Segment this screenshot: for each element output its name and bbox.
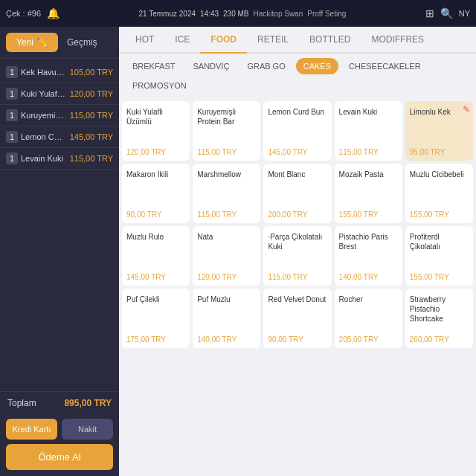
order-name: Kek Havuçlu bbox=[21, 68, 67, 77]
left-top-bar: Yeni ✏️ Geçmiş bbox=[0, 27, 119, 59]
product-price: 155,00 TRY bbox=[410, 273, 469, 281]
memory-label: 230 MB bbox=[223, 10, 248, 18]
subcategory-tabs: BREKFASTSANDVİÇGRAB GOCAKESCHESEECAKELER… bbox=[119, 54, 476, 98]
product-card[interactable]: Rocher 205,00 TRY bbox=[335, 289, 402, 348]
order-name: Kuki Yulafli Üzümlü bbox=[21, 89, 67, 98]
product-card[interactable]: Levain Kuki 115,00 TRY bbox=[335, 101, 402, 161]
order-qty: 1 bbox=[6, 88, 18, 100]
product-card[interactable]: Kuki Yulafli Üzümlü 120,00 TRY bbox=[122, 101, 190, 161]
product-card[interactable]: Mont Blanc 200,00 TRY bbox=[263, 164, 331, 223]
product-card[interactable]: Lemon Curd Bun 145,00 TRY bbox=[263, 101, 331, 161]
order-item[interactable]: 1 Kuruyemişli Protein Bar 115,00 TRY bbox=[0, 105, 119, 126]
category-tab-ice[interactable]: ICE bbox=[164, 27, 200, 54]
order-item[interactable]: 1 Kuki Yulafli Üzümlü 120,00 TRY bbox=[0, 83, 119, 105]
subcategory-tab-sandvi̇ç[interactable]: SANDVİÇ bbox=[185, 58, 237, 74]
search-icon[interactable]: 🔍 bbox=[440, 7, 453, 19]
kredi-karti-button[interactable]: Kredi Kartı bbox=[6, 419, 57, 440]
time-label: 14:43 bbox=[200, 10, 219, 18]
subcategory-tab-brekfast[interactable]: BREKFAST bbox=[125, 58, 182, 74]
product-name: Marshmellow bbox=[197, 170, 256, 208]
order-item[interactable]: 1 Kek Havuçlu 105,00 TRY bbox=[0, 62, 119, 83]
product-name: Levain Kuki bbox=[339, 107, 398, 145]
product-card[interactable]: Mozaik Pasta 155,00 TRY bbox=[335, 164, 402, 223]
order-price: 115,00 TRY bbox=[70, 154, 113, 163]
gecmis-button[interactable]: Geçmiş bbox=[61, 33, 103, 52]
product-name: ·Parça Çikolatalı Kuki bbox=[268, 232, 327, 270]
order-item[interactable]: 1 Levain Kuki 115,00 TRY bbox=[0, 148, 119, 170]
order-qty: 1 bbox=[6, 66, 18, 78]
product-price: 95,00 TRY bbox=[410, 148, 469, 156]
product-price: 140,00 TRY bbox=[197, 335, 256, 344]
edit-icon[interactable]: ✎ bbox=[463, 104, 470, 115]
product-price: 155,00 TRY bbox=[339, 210, 398, 219]
product-card[interactable]: Marshmellow 115,00 TRY bbox=[193, 164, 260, 223]
top-bar-center: 21 Temmuz 2024 14:43 230 MB Hackitop Swa… bbox=[139, 10, 347, 18]
yeni-button[interactable]: Yeni ✏️ bbox=[6, 33, 58, 52]
product-name: Pistachio Paris Brest bbox=[339, 232, 398, 270]
order-list: 1 Kek Havuçlu 105,00 TRY 1 Kuki Yulafli … bbox=[0, 59, 119, 391]
product-name: Puf Muzlu bbox=[197, 295, 256, 332]
top-bar-left: Çek : #96 🔔 bbox=[6, 7, 60, 19]
category-tab-food[interactable]: FOOD bbox=[200, 27, 247, 54]
product-card[interactable]: Muzlu Cicibebeli 155,00 TRY bbox=[405, 164, 473, 223]
bell-icon[interactable]: 🔔 bbox=[47, 7, 60, 19]
product-price: 90,00 TRY bbox=[268, 335, 327, 344]
category-tab-bottled[interactable]: BOTTLED bbox=[299, 27, 361, 54]
check-label: Çek : #96 bbox=[6, 9, 41, 18]
product-card[interactable]: Red Velvet Donut 90,00 TRY bbox=[263, 289, 331, 348]
store-label: Hackitop Swan bbox=[254, 10, 303, 18]
subcategory-tab-cheseecakeler[interactable]: CHESEECAKELER bbox=[341, 58, 428, 74]
product-name: Strawberry Pistachio Shortcake bbox=[410, 295, 469, 332]
order-item[interactable]: 1 Lemon Curd Bun 145,00 TRY bbox=[0, 126, 119, 148]
subcategory-tab-grab-go[interactable]: GRAB GO bbox=[239, 58, 292, 74]
product-name: Mont Blanc bbox=[268, 170, 327, 208]
product-card[interactable]: Makaron İkili 90,00 TRY bbox=[122, 164, 190, 223]
subcategory-tab-cakes[interactable]: CAKES bbox=[296, 58, 338, 74]
product-price: 115,00 TRY bbox=[197, 210, 256, 219]
product-card[interactable]: Puf Çilekli 175,00 TRY bbox=[122, 289, 190, 348]
category-tab-modiffres[interactable]: MODIFFRES bbox=[361, 27, 434, 54]
nakit-button[interactable]: Nakit bbox=[62, 419, 113, 440]
ny-label: NY bbox=[459, 9, 470, 18]
category-tab-hot[interactable]: HOT bbox=[125, 27, 164, 54]
product-price: 155,00 TRY bbox=[410, 210, 469, 219]
order-price: 115,00 TRY bbox=[70, 111, 113, 120]
order-qty: 1 bbox=[6, 131, 18, 143]
subcategory-tab-promosyon[interactable]: PROMOSYON bbox=[125, 77, 194, 94]
toplam-label: Toplam bbox=[7, 398, 36, 408]
product-card[interactable]: Puf Muzlu 140,00 TRY bbox=[193, 289, 260, 348]
product-card[interactable]: Limonlu Kek 95,00 TRY✎ bbox=[405, 101, 473, 161]
product-card[interactable]: Nata 120,00 TRY bbox=[193, 226, 260, 286]
product-name: Nata bbox=[197, 232, 256, 270]
order-qty: 1 bbox=[6, 152, 18, 164]
product-card[interactable]: ·Parça Çikolatalı Kuki 115,00 TRY bbox=[263, 226, 331, 286]
product-name: Muzlu Cicibebeli bbox=[410, 170, 469, 208]
top-bar-right: ⊞ 🔍 NY bbox=[425, 7, 470, 19]
product-card[interactable]: Profiterdl Çikolatalı 155,00 TRY bbox=[405, 226, 473, 286]
product-name: Rocher bbox=[339, 295, 398, 332]
product-price: 205,00 TRY bbox=[339, 335, 398, 344]
order-name: Lemon Curd Bun bbox=[21, 132, 67, 141]
status-label: Proff Seting bbox=[307, 10, 346, 18]
odeme-al-button[interactable]: Ödeme Al bbox=[6, 444, 113, 470]
order-qty: 1 bbox=[6, 109, 18, 121]
product-name: Puf Çilekli bbox=[126, 295, 185, 332]
product-name: Muzlu Rulo bbox=[126, 232, 185, 270]
product-name: Mozaik Pasta bbox=[339, 170, 398, 208]
products-grid: Kuki Yulafli Üzümlü 120,00 TRYKuruyemişl… bbox=[119, 98, 476, 476]
product-card[interactable]: Strawberry Pistachio Shortcake 260,00 TR… bbox=[405, 289, 473, 348]
product-card[interactable]: Muzlu Rulo 145,00 TRY bbox=[122, 226, 190, 286]
product-price: 120,00 TRY bbox=[197, 273, 256, 281]
category-tabs: HOTICEFOODRETEILBOTTLEDMODIFFRES bbox=[119, 27, 476, 54]
product-name: Profiterdl Çikolatalı bbox=[410, 232, 469, 270]
product-name: Lemon Curd Bun bbox=[268, 107, 327, 145]
product-card[interactable]: Kuruyemişli Protein Bar 115,00 TRY bbox=[193, 101, 260, 161]
product-price: 145,00 TRY bbox=[268, 148, 327, 156]
product-card[interactable]: Pistachio Paris Brest 140,00 TRY bbox=[335, 226, 402, 286]
product-price: 140,00 TRY bbox=[339, 273, 398, 281]
category-tab-reteil[interactable]: RETEIL bbox=[247, 27, 299, 54]
product-price: 115,00 TRY bbox=[197, 148, 256, 156]
total-price: 895,00 TRY bbox=[64, 398, 112, 408]
toplam-row: Toplam 895,00 TRY bbox=[0, 391, 119, 414]
grid-icon[interactable]: ⊞ bbox=[425, 7, 434, 19]
